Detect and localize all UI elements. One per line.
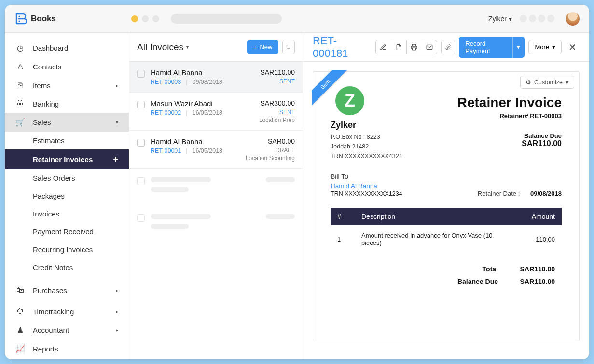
caret-down-icon: ▾ (552, 43, 555, 51)
sidebar-item-dashboard[interactable]: ◷ Dashboard (5, 39, 129, 57)
detail-body: ⚙ Customize ▾ Sent Z Zylker P.O.Box No :… (303, 62, 589, 359)
record-payment-dropdown[interactable]: ▾ (512, 37, 525, 58)
pdf-button[interactable] (391, 40, 406, 54)
sidebar-item-accountant[interactable]: ♟ Accountant ▸ (5, 321, 129, 339)
sidebar-item-purchases[interactable]: 🛍 Purchases ▸ (5, 281, 129, 299)
row-date: 09/08/2018 (192, 79, 222, 85)
company-addr2: Jeddah 21482 (331, 142, 402, 151)
company-name: Zylker (331, 120, 402, 130)
list-body: Hamid Al Banna RET-00003 | 09/08/2018 SA… (129, 62, 303, 359)
more-button[interactable]: More ▾ (528, 40, 562, 54)
customize-button[interactable]: ⚙ Customize ▾ (520, 76, 574, 89)
row-checkbox[interactable] (137, 139, 145, 147)
list-menu-button[interactable]: ≡ (282, 40, 295, 54)
chevron-right-icon: ▸ (116, 327, 118, 333)
row-ref[interactable]: RET-00002 (151, 109, 181, 116)
company-switcher[interactable]: Zylker ▾ (488, 15, 512, 23)
sidebar-item-sales[interactable]: 🛒 Sales ▾ (5, 113, 129, 132)
balance-value: SAR110.00 (457, 139, 562, 148)
list-row[interactable]: Masun Wazir Abadi RET-00002 | 16/05/2018… (129, 93, 303, 131)
row-ref[interactable]: RET-00003 (151, 79, 181, 85)
attach-button[interactable] (441, 40, 456, 54)
stopwatch-icon: ⏱ (15, 307, 25, 316)
invoice-paper: ⚙ Customize ▾ Sent Z Zylker P.O.Box No :… (313, 71, 580, 341)
edit-button[interactable] (375, 40, 391, 54)
sidebar-item-reports[interactable]: 📈 Reports (5, 339, 129, 358)
sidebar-item-banking[interactable]: 🏛 Banking (5, 94, 129, 113)
total-value: SAR110.00 (511, 265, 555, 273)
plus-icon[interactable]: + (113, 154, 118, 164)
skeleton-row (129, 169, 303, 205)
row-ref[interactable]: RET-00001 (151, 148, 181, 154)
subnav-estimates[interactable]: Estimates (5, 132, 129, 149)
sidebar-item-label: Reports (33, 345, 58, 353)
logo-icon (14, 13, 27, 25)
svg-rect-2 (413, 48, 416, 50)
print-button[interactable] (406, 40, 422, 54)
new-button[interactable]: + New (247, 40, 279, 54)
main-area: ◷ Dashboard ♙ Contacts ⎘ Items ▸ 🏛 Banki… (5, 33, 589, 359)
row-name: Hamid Al Banna (151, 137, 240, 146)
cell-desc: Amount received in advance for Onyx Vase… (355, 225, 513, 253)
row-amount: SAR300.00 (259, 99, 295, 107)
detail-panel: RET-000181 Record Payment ▾ More ▾ ✕ (303, 33, 589, 359)
subnav-payment-received[interactable]: Payment Received (5, 223, 129, 241)
caret-down-icon: ▾ (566, 79, 569, 86)
traffic-dot-3 (152, 15, 159, 22)
subnav-sales-orders[interactable]: Sales Orders (5, 169, 129, 187)
app-window: Books Zylker ▾ ◷ Dashboard (5, 5, 589, 359)
company-trn: TRN XXXXXXXXXXX4321 (331, 151, 402, 161)
subnav-recurring-invoices[interactable]: Recurring Invoices (5, 241, 129, 258)
traffic-dot-2 (142, 15, 149, 22)
app-name: Books (31, 14, 56, 24)
subnav-label: Recurring Invoices (33, 245, 93, 254)
search-placeholder-bar[interactable] (171, 14, 282, 24)
subnav-packages[interactable]: Packages (5, 187, 129, 205)
row-status: DRAFT (246, 147, 295, 154)
retainer-date-value: 09/08/2018 (530, 190, 562, 197)
sidebar-item-timetracking[interactable]: ⏱ Timetracking ▸ (5, 302, 129, 321)
row-amount: SAR0.00 (246, 137, 295, 145)
cell-amount: 110.00 (513, 225, 562, 253)
subnav-credit-notes[interactable]: Credit Notes (5, 258, 129, 276)
row-name: Hamid Al Banna (151, 68, 254, 77)
row-amount: SAR110.00 (260, 68, 295, 76)
subnav-invoices[interactable]: Invoices (5, 205, 129, 223)
subnav-label: Estimates (33, 136, 65, 145)
bill-to-label: Bill To (331, 173, 402, 180)
list-row[interactable]: Hamid Al Banna RET-00001 | 16/05/2018 SA… (129, 131, 303, 169)
user-avatar[interactable] (566, 12, 580, 26)
sidebar-item-label: Items (33, 81, 51, 90)
person-icon: ♟ (15, 325, 25, 335)
row-status: SENT (259, 109, 295, 116)
list-panel: All Invoices ▾ + New ≡ Hamid Al Banna (129, 33, 303, 359)
status-ribbon: Sent (312, 70, 350, 109)
row-checkbox[interactable] (137, 70, 145, 78)
window-traffic-lights (131, 15, 159, 22)
customer-name[interactable]: Hamid Al Banna (331, 182, 402, 189)
gear-icon: ⚙ (525, 79, 531, 86)
balance-due-value: SAR110.00 (511, 278, 555, 285)
list-row[interactable]: Hamid Al Banna RET-00003 | 09/08/2018 SA… (129, 62, 303, 93)
sidebar-item-label: Banking (33, 100, 59, 108)
row-note: Location Scounting (246, 155, 295, 162)
chip[interactable] (547, 15, 554, 22)
subnav-label: Payment Received (33, 228, 94, 236)
subnav-retainer-invoices[interactable]: Retainer Invoices + (5, 149, 129, 169)
chip[interactable] (538, 15, 545, 22)
row-name: Masun Wazir Abadi (151, 99, 253, 108)
button-label: New (260, 43, 272, 51)
subnav-label: Packages (33, 192, 65, 200)
sidebar-item-contacts[interactable]: ♙ Contacts (5, 57, 129, 76)
sidebar-item-label: Accountant (33, 326, 69, 334)
gauge-icon: ◷ (15, 43, 25, 53)
record-payment-button[interactable]: Record Payment (459, 37, 512, 58)
row-checkbox[interactable] (137, 101, 145, 108)
chip[interactable] (529, 15, 536, 22)
close-button[interactable]: ✕ (566, 41, 580, 53)
sidebar-item-items[interactable]: ⎘ Items ▸ (5, 76, 129, 94)
email-button[interactable] (422, 40, 437, 54)
list-title-dropdown[interactable]: All Invoices ▾ (137, 42, 189, 53)
chip[interactable] (520, 15, 527, 22)
button-label: More (535, 43, 549, 51)
